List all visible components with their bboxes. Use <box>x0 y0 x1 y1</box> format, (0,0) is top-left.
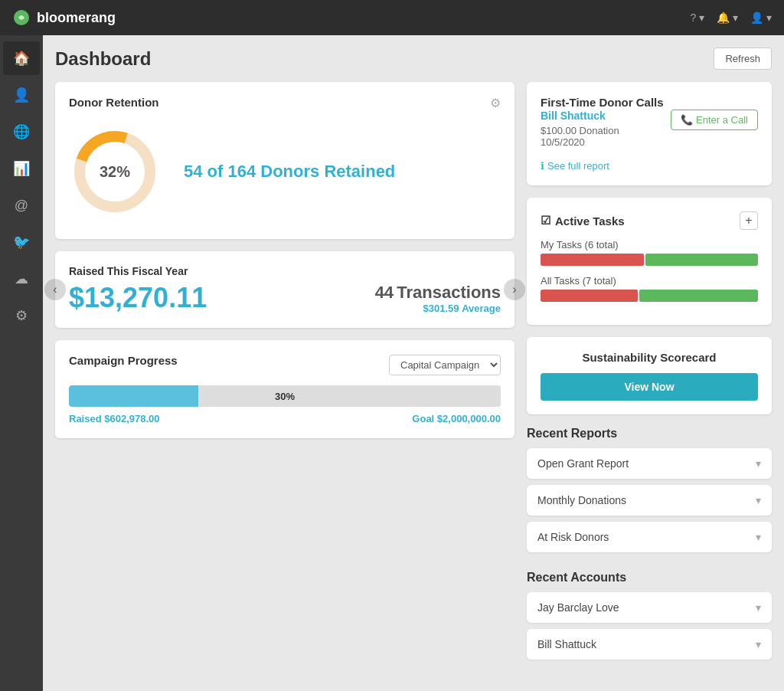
monthly-donations-label: Monthly Donations <box>537 494 626 506</box>
my-tasks-red-bar <box>541 254 644 266</box>
donation-amount: $100.00 Donation <box>541 125 619 136</box>
donors-retained-text: 54 of 164 Donors Retained <box>184 162 395 182</box>
donor-retention-content: 32% 54 of 164 Donors Retained <box>69 118 501 225</box>
sidebar-item-email[interactable]: @ <box>3 188 40 222</box>
checkbox-icon: ☑ <box>541 214 550 228</box>
refresh-button[interactable]: Refresh <box>714 47 772 70</box>
sidebar-item-cloud[interactable]: ☁ <box>3 262 40 296</box>
open-grant-label: Open Grant Report <box>537 457 629 470</box>
notifications-btn[interactable]: 🔔 ▾ <box>717 11 738 24</box>
average-stat: $301.59 Average <box>375 303 501 314</box>
all-tasks-bar <box>541 290 758 302</box>
logo-icon <box>12 8 31 27</box>
donor-row: Bill Shattuck $100.00 Donation 10/5/2020… <box>541 110 758 154</box>
see-full-report-link[interactable]: ℹ See full report <box>541 160 758 172</box>
account-item-bill[interactable]: Bill Shattuck ▾ <box>527 629 772 660</box>
campaign-title: Campaign Progress <box>69 354 178 367</box>
active-tasks-card: ☑ Active Tasks + My Tasks (6 total) A <box>527 198 772 325</box>
account-item-jay[interactable]: Jay Barclay Love ▾ <box>527 592 772 623</box>
enter-call-button[interactable]: 📞 Enter a Call <box>671 110 758 130</box>
content-area: Dashboard Refresh Donor Retention ⚙ <box>43 35 784 691</box>
fiscal-next-button[interactable]: › <box>504 279 525 300</box>
progress-labels: Raised $602,978.00 Goal $2,000,000.00 <box>69 413 501 424</box>
sidebar-item-twitter[interactable]: 🐦 <box>3 225 40 259</box>
transactions-stat: 44 Transactions <box>375 283 501 303</box>
report-item-at-risk-donors[interactable]: At Risk Donors ▾ <box>527 522 772 552</box>
campaign-progress-card: Campaign Progress Capital Campaign 30% R… <box>55 340 514 438</box>
fiscal-stats: 44 Transactions $301.59 Average <box>375 283 501 314</box>
transactions-count: 44 <box>375 283 394 302</box>
first-time-calls-title: First-Time Donor Calls <box>541 96 664 109</box>
sidebar-item-globe[interactable]: 🌐 <box>3 115 40 149</box>
raised-amount: $602,978.00 <box>104 413 159 424</box>
first-time-donor-calls-card: First-Time Donor Calls Bill Shattuck $10… <box>527 82 772 185</box>
donor-info: Bill Shattuck $100.00 Donation 10/5/2020 <box>541 110 619 154</box>
my-tasks-group: My Tasks (6 total) <box>541 239 758 266</box>
goal-amount: $2,000,000.00 <box>437 413 501 424</box>
donor-retention-card: Donor Retention ⚙ 32% 54 of 164 Donors R… <box>55 82 514 239</box>
app-logo: bloomerang <box>12 8 681 27</box>
sustainability-scorecard-card: Sustainability Scorecard View Now <box>527 337 772 414</box>
sidebar-item-people[interactable]: 👤 <box>3 78 40 112</box>
left-column: Donor Retention ⚙ 32% 54 of 164 Donors R… <box>55 82 514 666</box>
nav-right: ? ▾ 🔔 ▾ 👤 ▾ <box>691 11 772 24</box>
active-tasks-title: ☑ Active Tasks <box>541 214 625 228</box>
chevron-down-icon: ▾ <box>756 638 761 650</box>
report-item-open-grant[interactable]: Open Grant Report ▾ <box>527 448 772 479</box>
people-icon: 👤 <box>13 87 30 103</box>
bill-shattuck-label: Bill Shattuck <box>537 638 596 650</box>
page-title: Dashboard <box>55 48 151 70</box>
transactions-label: Transactions <box>397 283 501 302</box>
my-tasks-green-bar <box>645 254 758 266</box>
raised-text: Raised <box>69 413 102 424</box>
donor-retention-settings-icon[interactable]: ⚙ <box>490 96 501 110</box>
view-now-button[interactable]: View Now <box>541 373 758 401</box>
all-tasks-green-bar <box>639 290 758 302</box>
dashboard-grid: Donor Retention ⚙ 32% 54 of 164 Donors R… <box>55 82 772 666</box>
recent-accounts-section: Recent Accounts Jay Barclay Love ▾ Bill … <box>527 571 772 666</box>
dashboard-header: Dashboard Refresh <box>55 47 772 70</box>
recent-reports-section: Recent Reports Open Grant Report ▾ Month… <box>527 427 772 558</box>
cloud-icon: ☁ <box>15 270 28 287</box>
donor-details: $100.00 Donation 10/5/2020 <box>541 125 619 148</box>
fiscal-year-card: ‹ Raised This Fiscal Year $13,270.11 44 … <box>55 251 514 328</box>
top-nav: bloomerang ? ▾ 🔔 ▾ 👤 ▾ <box>0 0 784 35</box>
email-icon: @ <box>15 198 28 214</box>
fiscal-prev-button[interactable]: ‹ <box>44 279 66 300</box>
help-btn[interactable]: ? ▾ <box>691 11 705 24</box>
goal-label: Goal $2,000,000.00 <box>412 413 501 424</box>
main-layout: 🏠 👤 🌐 📊 @ 🐦 ☁ ⚙ Dashboard Refresh <box>0 35 784 691</box>
donor-name: Bill Shattuck <box>541 110 619 122</box>
chevron-down-icon: ▾ <box>756 494 761 506</box>
donor-retention-title: Donor Retention <box>69 96 159 109</box>
my-tasks-label: My Tasks (6 total) <box>541 239 758 251</box>
campaign-dropdown[interactable]: Capital Campaign <box>389 355 501 375</box>
my-tasks-bar <box>541 254 758 266</box>
jay-barclay-label: Jay Barclay Love <box>537 601 619 614</box>
fiscal-amount: $13,270.11 <box>69 282 207 314</box>
settings-icon: ⚙ <box>15 307 28 324</box>
sidebar-item-settings[interactable]: ⚙ <box>3 299 40 332</box>
chevron-down-icon: ▾ <box>756 531 761 543</box>
raised-label: Raised $602,978.00 <box>69 413 160 424</box>
chevron-down-icon: ▾ <box>756 457 761 470</box>
fiscal-year-title: Raised This Fiscal Year <box>69 265 501 277</box>
campaign-header: Campaign Progress Capital Campaign <box>69 354 501 376</box>
average-amount: $301.59 <box>423 303 459 314</box>
donut-percent-label: 32% <box>100 163 130 181</box>
info-icon: ℹ <box>541 160 544 172</box>
active-tasks-header: ☑ Active Tasks + <box>541 211 758 230</box>
chevron-down-icon: ▾ <box>756 601 761 614</box>
progress-percent-label: 30% <box>275 391 295 402</box>
recent-accounts-title: Recent Accounts <box>527 571 772 585</box>
donation-date: 10/5/2020 <box>541 136 585 148</box>
sidebar-item-reports[interactable]: 📊 <box>3 152 40 185</box>
goal-text: Goal <box>412 413 434 424</box>
all-tasks-label: All Tasks (7 total) <box>541 275 758 287</box>
recent-reports-title: Recent Reports <box>527 427 772 440</box>
user-menu-btn[interactable]: 👤 ▾ <box>750 11 772 24</box>
report-item-monthly-donations[interactable]: Monthly Donations ▾ <box>527 485 772 516</box>
sidebar-item-home[interactable]: 🏠 <box>3 41 40 75</box>
add-task-button[interactable]: + <box>740 211 758 230</box>
reports-icon: 📊 <box>13 160 30 177</box>
